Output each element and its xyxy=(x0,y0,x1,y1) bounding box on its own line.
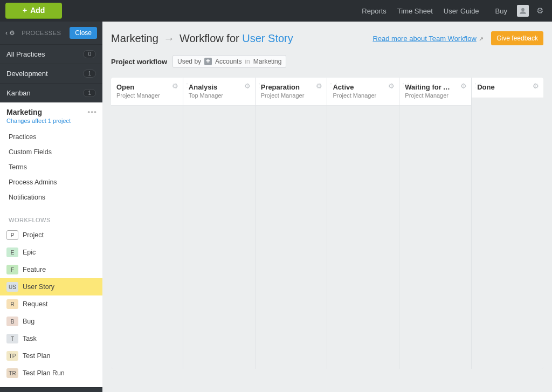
topbar: + Add Reports Time Sheet User Guide Buy … xyxy=(0,0,552,22)
column-role: Project Manager xyxy=(405,92,466,99)
sidebar-section-label: PROCESSES xyxy=(22,30,66,36)
usedby-project: Marketing xyxy=(253,58,282,65)
column-body[interactable] xyxy=(399,106,471,369)
column-role: Project Manager xyxy=(116,92,177,99)
workflow-item-task[interactable]: TTask xyxy=(0,330,102,347)
category-count: 1 xyxy=(83,70,96,78)
board-column: ⋮⋮ Active Project Manager ⚙ xyxy=(327,78,399,369)
gear-icon[interactable]: ⚙ xyxy=(244,82,251,90)
column-title: Waiting for Ap… xyxy=(405,83,466,91)
column-role: Top Manager xyxy=(189,92,250,99)
workflow-badge: T xyxy=(6,334,18,343)
column-header[interactable]: ⋮⋮ Open Project Manager ⚙ xyxy=(111,78,183,106)
workflow-item-test-plan[interactable]: TPTest Plan xyxy=(0,347,102,365)
board-column: ⋮⋮ Done ⚙ xyxy=(472,78,543,369)
usedby-prefix: Used by xyxy=(177,58,201,65)
feedback-button[interactable]: Give feedback xyxy=(491,31,543,45)
sidebar-item-scrum[interactable]: Scrum 4 Default process xyxy=(0,387,102,392)
board-column: ⋮⋮ Waiting for Ap… Project Manager ⚙ xyxy=(399,78,471,369)
arrow-icon: → xyxy=(163,32,174,44)
workflow-item-user-story[interactable]: USUser Story xyxy=(0,278,102,295)
drag-handle-icon[interactable]: ⋮⋮ xyxy=(184,83,195,87)
more-icon[interactable]: ••• xyxy=(87,108,97,116)
sidebar-item[interactable]: Process Admins xyxy=(0,175,102,190)
category-count: 0 xyxy=(83,50,96,58)
breadcrumb: Marketing → Workflow for User Story xyxy=(111,32,293,45)
column-title: Done xyxy=(477,83,538,91)
project-workflow-label: Project workflow xyxy=(111,58,167,66)
team-workflow-link[interactable]: Read more about Team Workflow xyxy=(372,35,476,43)
top-link-reports[interactable]: Reports xyxy=(356,7,392,15)
column-body[interactable] xyxy=(327,106,399,369)
column-body[interactable] xyxy=(256,106,327,369)
settings-icon[interactable]: ⚙ xyxy=(533,6,547,16)
workflow-badge: E xyxy=(6,247,18,257)
content: Marketing → Workflow for User Story Read… xyxy=(102,22,552,392)
collapse-icon[interactable]: ‹ ⚙ xyxy=(5,29,15,37)
workflow-item-feature[interactable]: FFeature xyxy=(0,261,102,278)
crumb-entity[interactable]: User Story xyxy=(242,32,293,44)
column-header[interactable]: ⋮⋮ Done ⚙ xyxy=(472,78,543,98)
category-count: 1 xyxy=(83,89,96,97)
column-title: Open xyxy=(116,83,177,91)
drag-handle-icon[interactable]: ⋮⋮ xyxy=(257,83,267,87)
column-header[interactable]: ⋮⋮ Waiting for Ap… Project Manager ⚙ xyxy=(399,78,471,106)
column-header[interactable]: ⋮⋮ Active Project Manager ⚙ xyxy=(327,78,399,106)
workflow-badge: US xyxy=(6,282,18,292)
top-link-buy[interactable]: Buy xyxy=(490,7,513,15)
svg-point-0 xyxy=(521,8,525,11)
add-button[interactable]: + Add xyxy=(5,3,62,19)
column-body[interactable] xyxy=(111,106,183,369)
drag-handle-icon[interactable]: ⋮⋮ xyxy=(473,83,484,87)
column-header[interactable]: ⋮⋮ Preparation Project Manager ⚙ xyxy=(256,78,327,106)
workflow-badge: F xyxy=(6,265,18,274)
gear-icon[interactable]: ⚙ xyxy=(460,82,467,90)
column-body[interactable] xyxy=(472,98,543,369)
sidebar: ‹ ⚙ PROCESSES Close All Practices0Develo… xyxy=(0,22,102,392)
workflow-badge: B xyxy=(6,317,18,326)
sidebar-item[interactable]: Terms xyxy=(0,160,102,175)
board-column: ⋮⋮ Open Project Manager ⚙ xyxy=(111,78,183,369)
top-link-userguide[interactable]: User Guide xyxy=(438,7,485,15)
workflow-label: Test Plan xyxy=(23,352,50,360)
workflow-label: Request xyxy=(23,300,48,308)
sidebar-item[interactable]: Practices xyxy=(0,129,102,145)
workflow-label: Task xyxy=(23,335,37,342)
workflow-item-bug[interactable]: BBug xyxy=(0,313,102,330)
drag-handle-icon[interactable]: ⋮⋮ xyxy=(328,83,339,87)
gear-icon[interactable]: ⚙ xyxy=(533,82,539,90)
avatar[interactable] xyxy=(517,5,529,17)
sidebar-item[interactable]: Custom Fields xyxy=(0,145,102,160)
panel-subtitle[interactable]: Changes affect 1 project xyxy=(6,118,96,124)
workflow-badge: P xyxy=(6,230,18,240)
sidebar-category[interactable]: All Practices0 xyxy=(0,44,102,64)
usedby-in: in xyxy=(245,58,250,65)
column-title: Preparation xyxy=(261,83,322,91)
workflow-item-request[interactable]: RRequest xyxy=(0,295,102,313)
workflows-section-label: WORKFLOWS xyxy=(0,209,102,226)
workflow-item-test-plan-run[interactable]: TRTest Plan Run xyxy=(0,365,102,382)
top-link-timesheet[interactable]: Time Sheet xyxy=(392,7,438,15)
workflow-badge: R xyxy=(6,299,18,309)
gear-icon[interactable]: ⚙ xyxy=(316,82,322,90)
crumb-root: Marketing xyxy=(111,32,158,44)
usedby-accounts: Accounts xyxy=(215,58,242,65)
drag-handle-icon[interactable]: ⋮⋮ xyxy=(401,83,411,87)
sidebar-item[interactable]: Notifications xyxy=(0,190,102,205)
gear-icon[interactable]: ⚙ xyxy=(388,82,395,90)
column-title: Active xyxy=(333,83,394,91)
gear-icon[interactable]: ⚙ xyxy=(172,82,178,90)
workflow-badge: TP xyxy=(6,351,18,361)
sidebar-category[interactable]: Kanban1 xyxy=(0,83,102,102)
workflow-item-project[interactable]: PProject xyxy=(0,226,102,244)
column-header[interactable]: ⋮⋮ Analysis Top Manager ⚙ xyxy=(183,78,255,106)
column-body[interactable] xyxy=(183,106,255,369)
sidebar-category[interactable]: Development1 xyxy=(0,64,102,83)
user-icon xyxy=(519,7,527,15)
used-by-chip[interactable]: Used by Accounts in Marketing xyxy=(172,55,286,68)
column-role: Project Manager xyxy=(261,92,322,99)
close-button[interactable]: Close xyxy=(70,27,97,39)
board-column: ⋮⋮ Preparation Project Manager ⚙ xyxy=(256,78,327,369)
sidebar-top: ‹ ⚙ PROCESSES Close xyxy=(0,22,102,44)
workflow-item-epic[interactable]: EEpic xyxy=(0,244,102,261)
